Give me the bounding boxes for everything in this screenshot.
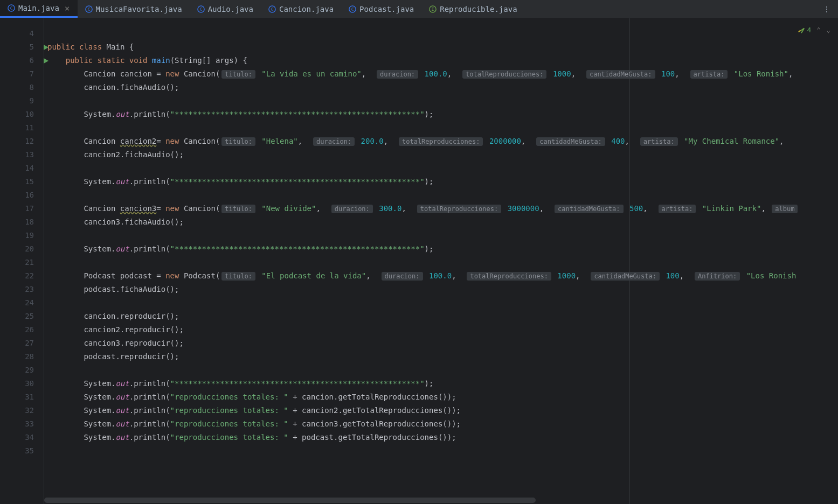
warning-indicator[interactable]: 4 [798,26,812,34]
java-class-icon: C [85,5,93,13]
svg-text:C: C [271,6,274,11]
java-class-icon: C [349,5,356,13]
java-class-icon: C [197,5,205,13]
svg-text:C: C [10,6,13,11]
tab-label: Audio.java [208,5,253,13]
tab-label: Main.java [18,4,59,12]
tab-label: Reproducible.java [440,5,517,13]
tab-audio[interactable]: C Audio.java [190,0,261,18]
editor-tabs: C Main.java × C MusicaFavorita.java C Au… [0,0,838,18]
tab-reproducible[interactable]: I Reproducible.java [421,0,524,18]
horizontal-scrollbar[interactable] [44,498,536,503]
code-area[interactable]: public class Main { public static void m… [44,18,838,504]
tab-main[interactable]: C Main.java × [0,0,78,18]
chevron-down-icon[interactable]: ⌄ [826,26,830,34]
tab-overflow-menu[interactable]: ⋮ [815,5,838,13]
svg-text:C: C [351,6,354,11]
java-class-icon: C [8,4,15,12]
svg-text:C: C [199,6,202,11]
gutter: 4567891011121314151617181920212223242526… [0,18,44,504]
tab-label: Cancion.java [279,5,334,13]
tab-podcast[interactable]: C Podcast.java [341,0,421,18]
tab-cancion[interactable]: C Cancion.java [261,0,341,18]
inspection-widget[interactable]: 4 ⌃ ⌄ [798,26,830,34]
tab-musica[interactable]: C MusicaFavorita.java [78,0,190,18]
tab-label: Podcast.java [359,5,414,13]
java-class-icon: C [268,5,276,13]
svg-text:C: C [87,6,90,11]
editor[interactable]: 4567891011121314151617181920212223242526… [0,18,838,504]
close-icon[interactable]: × [65,3,70,13]
warning-count: 4 [807,26,812,34]
tab-label: MusicaFavorita.java [96,5,182,13]
svg-text:I: I [432,6,434,11]
java-interface-icon: I [429,5,437,13]
chevron-up-icon[interactable]: ⌃ [816,26,821,34]
